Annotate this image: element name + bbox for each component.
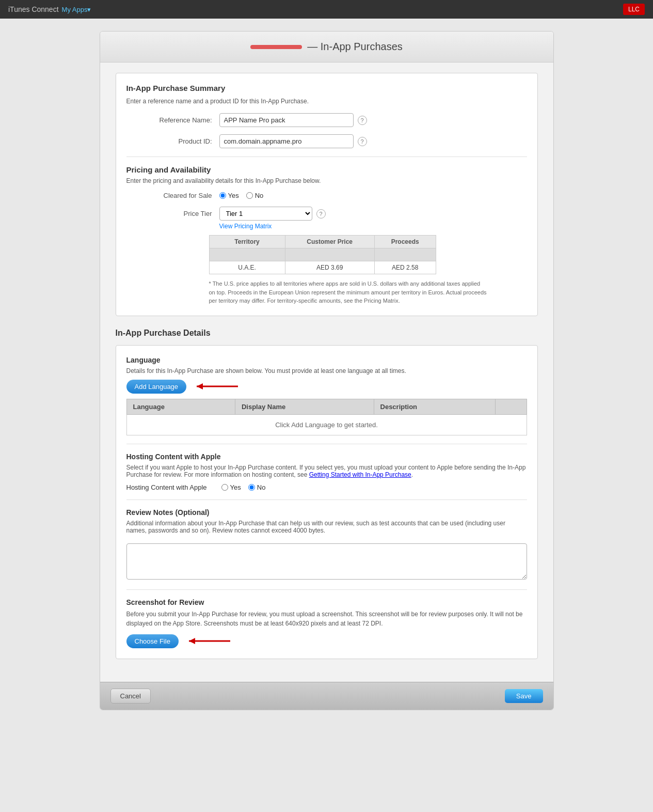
- product-id-help-icon[interactable]: ?: [358, 137, 367, 146]
- blurred-row: —————— ———— ————: [209, 248, 436, 261]
- lang-table-header-row: Language Display Name Description: [126, 399, 527, 414]
- top-navigation: iTunes Connect My Apps▾ LLC: [0, 0, 653, 19]
- price-tier-label: Price Tier: [126, 210, 219, 217]
- add-language-button[interactable]: Add Language: [126, 380, 187, 394]
- cleared-for-sale-label: Cleared for Sale: [126, 192, 219, 199]
- territory-header: Territory: [209, 236, 285, 248]
- screenshot-title: Screenshot for Review: [126, 598, 527, 606]
- review-notes-subsection: Review Notes (Optional) Additional infor…: [126, 508, 527, 581]
- summary-instruction: Enter a reference name and a product ID …: [126, 98, 527, 105]
- pricing-instruction: Enter the pricing and availability detai…: [126, 177, 527, 184]
- summary-section-title: In-App Purchase Summary: [126, 84, 527, 92]
- pricing-section-title: Pricing and Availability: [126, 165, 527, 174]
- hosting-yes-option[interactable]: Yes: [221, 483, 241, 491]
- cleared-for-sale-row: Cleared for Sale Yes No: [126, 192, 527, 199]
- pricing-table: Territory Customer Price Proceeds ——————…: [209, 235, 436, 274]
- hosting-yes-label: Yes: [230, 483, 241, 491]
- nav-left: iTunes Connect My Apps▾: [8, 5, 91, 13]
- cleared-no-option[interactable]: No: [246, 192, 264, 199]
- divider: [126, 157, 527, 157]
- product-id-row: Product ID: ?: [126, 134, 527, 148]
- app-name-pill: [250, 45, 302, 49]
- summary-section: In-App Purchase Summary Enter a referenc…: [116, 73, 538, 316]
- reference-name-label: Reference Name:: [126, 116, 219, 124]
- review-notes-textarea[interactable]: [126, 543, 527, 580]
- reference-name-input[interactable]: [219, 113, 354, 127]
- choose-file-row: Choose File: [126, 634, 527, 648]
- save-button[interactable]: Save: [505, 689, 543, 703]
- hosting-subsection: Hosting Content with Apple Select if you…: [126, 452, 527, 491]
- lang-empty-state: Click Add Language to get started.: [126, 414, 527, 435]
- page-title: — In-App Purchases: [307, 41, 403, 53]
- main-container: — In-App Purchases In-App Purchase Summa…: [100, 31, 554, 710]
- lang-col-display-name: Display Name: [235, 399, 374, 414]
- hosting-title: Hosting Content with Apple: [126, 452, 527, 461]
- price-tier-row: Price Tier Tier 1 Tier 2 Tier 3 ?: [126, 207, 527, 221]
- lang-col-language: Language: [126, 399, 235, 414]
- add-language-row: Add Language: [126, 380, 527, 394]
- page-header: — In-App Purchases: [100, 32, 553, 63]
- uae-row: U.A.E. AED 3.69 AED 2.58: [209, 261, 436, 274]
- language-description: Details for this In-App Purchase are sho…: [126, 367, 527, 374]
- screenshot-subsection: Screenshot for Review Before you submit …: [126, 598, 527, 648]
- hosting-no-label: No: [257, 483, 266, 491]
- customer-price-header: Customer Price: [285, 236, 374, 248]
- lang-col-description: Description: [374, 399, 495, 414]
- reference-name-help-icon[interactable]: ?: [358, 116, 367, 125]
- product-id-input[interactable]: [219, 134, 354, 148]
- pricing-note: * The U.S. price applies to all territor…: [209, 279, 488, 305]
- uae-territory: U.A.E.: [209, 261, 285, 274]
- cleared-yes-label: Yes: [228, 192, 239, 199]
- cleared-no-radio[interactable]: [246, 192, 253, 199]
- svg-marker-3: [189, 638, 195, 644]
- hosting-no-option[interactable]: No: [248, 483, 266, 491]
- hosting-label: Hosting Content with Apple: [126, 483, 207, 491]
- uae-price: AED 3.69: [285, 261, 374, 274]
- choose-file-arrow-annotation: [184, 636, 235, 646]
- language-table: Language Display Name Description Click …: [126, 399, 527, 435]
- language-title: Language: [126, 356, 527, 364]
- review-notes-description: Additional information about your In-App…: [126, 520, 527, 534]
- content-area: In-App Purchase Summary Enter a referenc…: [100, 63, 553, 682]
- price-tier-select[interactable]: Tier 1 Tier 2 Tier 3: [219, 207, 312, 221]
- my-apps-label: My Apps: [62, 6, 88, 13]
- choose-file-button[interactable]: Choose File: [126, 634, 179, 648]
- hosting-link[interactable]: Getting Started with In-App Purchase: [309, 471, 411, 478]
- cancel-button[interactable]: Cancel: [110, 689, 151, 704]
- cleared-yes-radio[interactable]: [219, 192, 226, 199]
- divider2: [126, 444, 527, 444]
- blurred-col2: ————: [285, 248, 374, 261]
- lang-col-actions: [495, 399, 527, 414]
- pricing-table-header-row: Territory Customer Price Proceeds: [209, 236, 436, 248]
- details-section: Language Details for this In-App Purchas…: [116, 345, 538, 659]
- language-subsection: Language Details for this In-App Purchas…: [126, 356, 527, 435]
- arrow-annotation: [192, 381, 243, 392]
- account-label: LLC: [628, 6, 640, 13]
- divider4: [126, 589, 527, 590]
- hosting-radio-row: Hosting Content with Apple Yes No: [126, 483, 527, 491]
- cleared-for-sale-options: Yes No: [219, 192, 264, 199]
- divider3: [126, 499, 527, 500]
- account-badge: LLC: [623, 4, 645, 15]
- my-apps-link[interactable]: My Apps▾: [62, 6, 91, 13]
- cleared-yes-option[interactable]: Yes: [219, 192, 239, 199]
- my-apps-dropdown-icon: ▾: [87, 6, 91, 13]
- uae-proceeds: AED 2.58: [374, 261, 436, 274]
- review-notes-title: Review Notes (Optional): [126, 508, 527, 517]
- hosting-no-radio[interactable]: [248, 484, 255, 491]
- reference-name-row: Reference Name: ?: [126, 113, 527, 127]
- lang-table-empty-row: Click Add Language to get started.: [126, 414, 527, 435]
- blurred-col1: ——————: [209, 248, 285, 261]
- blurred-col3: ————: [374, 248, 436, 261]
- brand-name: iTunes Connect: [8, 5, 59, 13]
- bottom-bar: Cancel Save: [100, 682, 553, 710]
- view-pricing-matrix-link[interactable]: View Pricing Matrix: [219, 223, 527, 230]
- details-section-title: In-App Purchase Details: [116, 329, 538, 338]
- hosting-yes-radio[interactable]: [221, 484, 228, 491]
- cleared-no-label: No: [255, 192, 264, 199]
- proceeds-header: Proceeds: [374, 236, 436, 248]
- product-id-label: Product ID:: [126, 137, 219, 145]
- screenshot-description: Before you submit your In-App Purchase f…: [126, 610, 527, 628]
- svg-marker-1: [197, 383, 203, 389]
- price-tier-help-icon[interactable]: ?: [316, 209, 326, 218]
